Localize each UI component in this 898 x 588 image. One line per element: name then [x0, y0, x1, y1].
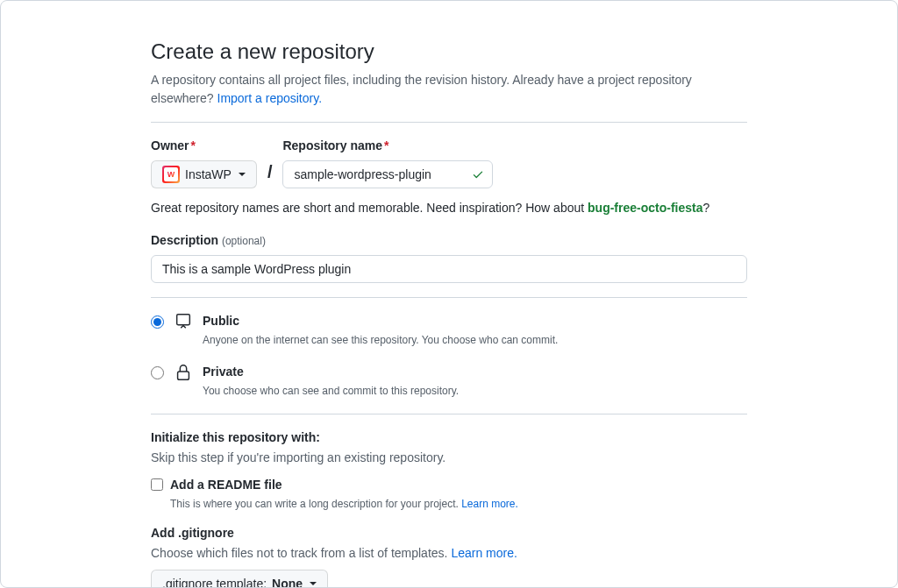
check-icon [472, 168, 484, 181]
description-label-text: Description [151, 233, 218, 247]
lock-icon [173, 363, 194, 382]
description-label: Description (optional) [151, 231, 747, 250]
owner-label: Owner* [151, 137, 257, 155]
repo-name-label: Repository name* [282, 137, 493, 155]
repo-icon [173, 312, 194, 331]
caret-down-icon [239, 173, 246, 176]
init-title: Initialize this repository with: [151, 429, 747, 447]
divider [151, 122, 747, 123]
readme-desc: This is where you can write a long descr… [170, 498, 461, 510]
svg-rect-1 [178, 372, 189, 379]
gitignore-desc: Choose which files not to track from a l… [151, 546, 451, 560]
public-desc: Anyone on the internet can see this repo… [203, 334, 558, 346]
owner-avatar: W [162, 166, 180, 183]
repo-name-label-text: Repository name [282, 138, 382, 152]
gitignore-title: Add .gitignore [151, 524, 747, 542]
private-desc: You choose who can see and commit to thi… [203, 385, 459, 397]
init-skip-text: Skip this step if you're importing an ex… [151, 449, 747, 467]
required-asterisk: * [191, 138, 196, 152]
description-input[interactable] [151, 255, 747, 283]
page-title: Create a new repository [151, 36, 747, 67]
page-subtitle: A repository contains all project files,… [151, 71, 747, 108]
visibility-private-radio[interactable] [151, 366, 164, 379]
slash-separator: / [264, 159, 276, 188]
gitignore-learn-more-link[interactable]: Learn more. [451, 546, 517, 560]
readme-title: Add a README file [170, 478, 282, 492]
divider [151, 414, 747, 414]
divider [151, 297, 747, 298]
public-title: Public [203, 312, 558, 330]
visibility-public-radio[interactable] [151, 315, 164, 329]
name-suggestion[interactable]: bug-free-octo-fiesta [588, 201, 702, 215]
name-help-text: Great repository names are short and mem… [151, 199, 747, 217]
required-asterisk: * [384, 138, 388, 152]
owner-select[interactable]: W InstaWP [151, 160, 257, 188]
svg-rect-0 [177, 315, 190, 325]
private-title: Private [203, 363, 459, 381]
gitignore-btn-value: None [272, 577, 303, 588]
readme-learn-more-link[interactable]: Learn more. [461, 498, 518, 510]
optional-label: (optional) [222, 235, 266, 247]
repo-name-input[interactable] [282, 160, 493, 188]
import-repo-link[interactable]: Import a repository. [217, 91, 323, 105]
owner-selected-text: InstaWP [185, 167, 232, 181]
owner-label-text: Owner [151, 138, 189, 152]
gitignore-template-select[interactable]: .gitignore template: None [151, 570, 328, 588]
caret-down-icon [310, 582, 317, 585]
readme-checkbox[interactable] [151, 478, 163, 491]
gitignore-btn-prefix: .gitignore template: [162, 577, 267, 588]
